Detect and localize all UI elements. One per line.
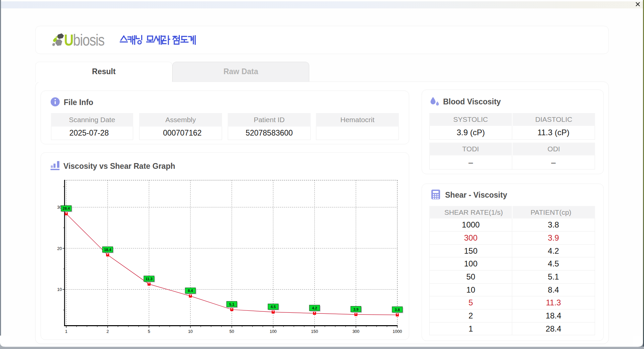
- svg-text:4.5: 4.5: [271, 305, 276, 309]
- svg-text:100: 100: [270, 329, 277, 334]
- svg-text:10: 10: [188, 329, 193, 334]
- svg-text:10: 10: [57, 287, 62, 292]
- svg-text:1000: 1000: [393, 329, 402, 334]
- svg-text:1: 1: [65, 329, 67, 334]
- svg-text:5.1: 5.1: [229, 302, 234, 306]
- svg-text:2: 2: [106, 329, 109, 334]
- svg-text:50: 50: [229, 329, 234, 334]
- svg-text:18.4: 18.4: [104, 248, 111, 252]
- svg-text:20: 20: [57, 246, 62, 251]
- svg-text:11.3: 11.3: [146, 277, 153, 281]
- svg-text:300: 300: [353, 329, 360, 334]
- svg-text:3.8: 3.8: [395, 308, 400, 312]
- svg-text:4.2: 4.2: [312, 306, 317, 310]
- svg-text:28.4: 28.4: [63, 206, 70, 210]
- svg-text:150: 150: [311, 329, 318, 334]
- svg-text:5: 5: [148, 329, 150, 334]
- svg-text:8.4: 8.4: [188, 289, 193, 293]
- svg-text:3.9: 3.9: [353, 307, 358, 311]
